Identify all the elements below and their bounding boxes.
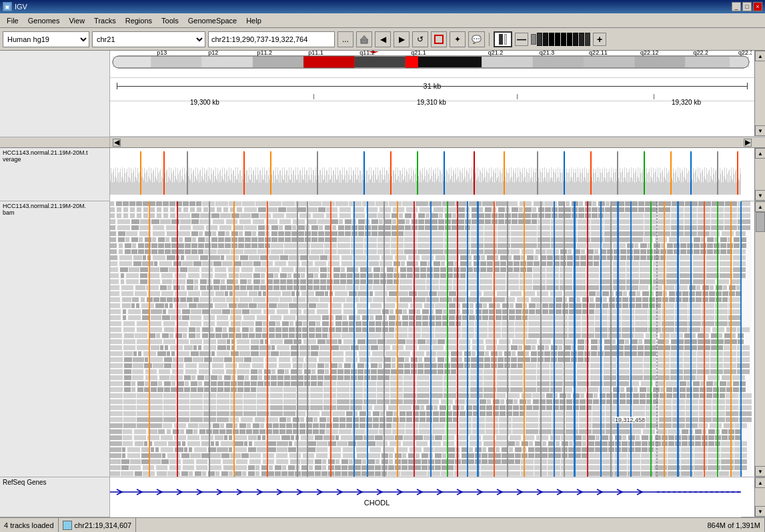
coverage-canvas[interactable]: [0 - 107] ▲ ▼ xyxy=(110,148,765,201)
scroll-up-btn[interactable]: ▲ xyxy=(755,51,765,61)
refseq-label: RefSeq Genes xyxy=(0,477,110,517)
minimize-button[interactable]: _ xyxy=(732,2,741,11)
coverage-label: HCC1143.normal.21.19M-20M.t verage xyxy=(0,148,110,201)
reads-scrollbar-v[interactable]: ▲ ▼ xyxy=(754,201,765,477)
home-button[interactable] xyxy=(356,31,372,47)
settings-button[interactable]: ✦ xyxy=(450,31,466,47)
menu-regions[interactable]: Regions xyxy=(121,15,156,26)
reads-panel: HCC1143.normal.21.19M-20M. bam 19,312,45… xyxy=(0,201,765,477)
position-marker: 19,312,458 xyxy=(615,417,645,423)
base-ruler: 19,300 kb 19,310 kb 19,320 kb xyxy=(110,94,754,111)
menu-tools[interactable]: Tools xyxy=(157,15,183,26)
h-scrollbar-ideogram[interactable]: ◀ ▶ xyxy=(0,137,765,148)
refseq-track-name: RefSeq Genes xyxy=(3,479,47,486)
h-scroll-left[interactable]: ◀ xyxy=(113,139,121,147)
title-bar: ▣ IGV _ □ × xyxy=(0,0,765,13)
ruler-pos-1: 19,300 kb xyxy=(190,99,219,106)
app-title: IGV xyxy=(15,3,27,11)
reads-canvas[interactable] xyxy=(110,201,752,477)
nav-back-button[interactable]: ◀ xyxy=(375,31,391,47)
reads-scroll-thumb[interactable] xyxy=(756,212,765,232)
genome-ideogram-panel: ▲ ▼ 31 kb 19,300 kb 19,310 kb 19,320 kb xyxy=(0,51,765,137)
reads-label: HCC1143.normal.21.19M-20M. bam xyxy=(0,201,110,477)
window-controls[interactable]: _ □ × xyxy=(732,2,762,11)
toolbar: Human hg19 chr21 ... ◀ ▶ ↺ ✦ 💬 — xyxy=(0,28,765,51)
reads-scroll-up[interactable]: ▲ xyxy=(755,201,765,212)
ideogram-canvas: ▲ ▼ 31 kb 19,300 kb 19,310 kb 19,320 kb xyxy=(110,51,765,137)
ellipsis-button[interactable]: ... xyxy=(337,31,353,47)
refseq-scroll-up[interactable]: ▲ xyxy=(755,477,765,488)
region-button[interactable] xyxy=(431,31,447,47)
genome-selector[interactable]: Human hg19 xyxy=(3,31,89,47)
status-tracks-loaded: 4 tracks loaded xyxy=(0,518,59,532)
refseq-canvas[interactable]: ▲ ▼ xyxy=(110,477,765,517)
ideogram-label xyxy=(0,51,110,137)
refseq-scrollbar[interactable]: ▲ ▼ xyxy=(754,477,765,517)
ruler-pos-3: 19,320 kb xyxy=(672,99,701,106)
chromosome-selector[interactable]: chr21 xyxy=(92,31,205,47)
distance-ruler: 31 kb xyxy=(110,77,754,94)
zoom-plus-button[interactable]: + xyxy=(593,33,606,46)
track-panel-button[interactable] xyxy=(494,31,512,47)
toolbar-sep-1 xyxy=(489,33,490,46)
svg-rect-2 xyxy=(435,35,443,43)
cov-scroll-down[interactable]: ▼ xyxy=(755,190,765,201)
ideogram-scrollbar-v[interactable]: ▲ ▼ xyxy=(754,51,765,136)
status-memory-text: 864M of 1,391M xyxy=(708,521,761,529)
h-scroll-right[interactable]: ▶ xyxy=(744,139,752,147)
maximize-button[interactable]: □ xyxy=(742,2,752,11)
status-color-indicator: chr21:19,314,607 xyxy=(59,518,137,532)
coverage-chart[interactable] xyxy=(110,148,741,201)
menu-view[interactable]: View xyxy=(65,15,89,26)
menu-file[interactable]: File xyxy=(3,15,23,26)
status-position: chr21:19,314,607 xyxy=(75,521,132,529)
reads-track-name: HCC1143.normal.21.19M-20M. bam xyxy=(3,203,86,216)
coverage-panel: HCC1143.normal.21.19M-20M.t verage [0 - … xyxy=(0,148,765,201)
zoom-slider[interactable] xyxy=(531,33,590,46)
coverage-scrollbar[interactable]: ▲ ▼ xyxy=(754,148,765,201)
ruler-pos-2: 19,310 kb xyxy=(417,99,446,106)
locus-input[interactable] xyxy=(208,31,335,47)
refseq-scroll-down[interactable]: ▼ xyxy=(755,506,765,517)
color-indicator-box xyxy=(63,521,72,530)
svg-marker-1 xyxy=(360,35,368,40)
menu-tracks[interactable]: Tracks xyxy=(90,15,120,26)
main-content: ▲ ▼ 31 kb 19,300 kb 19,310 kb 19,320 kb xyxy=(0,51,765,517)
menu-help[interactable]: Help xyxy=(242,15,265,26)
close-button[interactable]: × xyxy=(753,2,762,11)
menu-bar: File Genomes View Tracks Regions Tools G… xyxy=(0,13,765,28)
reads-scroll-down[interactable]: ▼ xyxy=(755,466,765,477)
menu-genomespace[interactable]: GenomeSpace xyxy=(184,15,241,26)
status-memory: 864M of 1,391M xyxy=(704,518,766,532)
zoom-minus-button[interactable]: — xyxy=(515,33,528,46)
cov-scroll-up[interactable]: ▲ xyxy=(755,148,765,159)
menu-genomes[interactable]: Genomes xyxy=(24,15,64,26)
nav-forward-button[interactable]: ▶ xyxy=(394,31,410,47)
chromosome-ideogram[interactable] xyxy=(110,51,752,77)
app-icon: ▣ xyxy=(3,2,12,11)
coverage-track-name: HCC1143.normal.21.19M-20M.t verage xyxy=(3,149,88,163)
scroll-down-btn[interactable]: ▼ xyxy=(755,125,765,136)
refresh-button[interactable]: ↺ xyxy=(412,31,428,47)
refseq-panel: RefSeq Genes ▲ ▼ xyxy=(0,477,765,517)
tooltip-button[interactable]: 💬 xyxy=(468,31,485,47)
refseq-chart[interactable] xyxy=(110,477,741,517)
reads-canvas-container[interactable]: 19,312,458 ▲ ▼ xyxy=(110,201,765,477)
status-bar: 4 tracks loaded chr21:19,314,607 864M of… xyxy=(0,517,765,532)
